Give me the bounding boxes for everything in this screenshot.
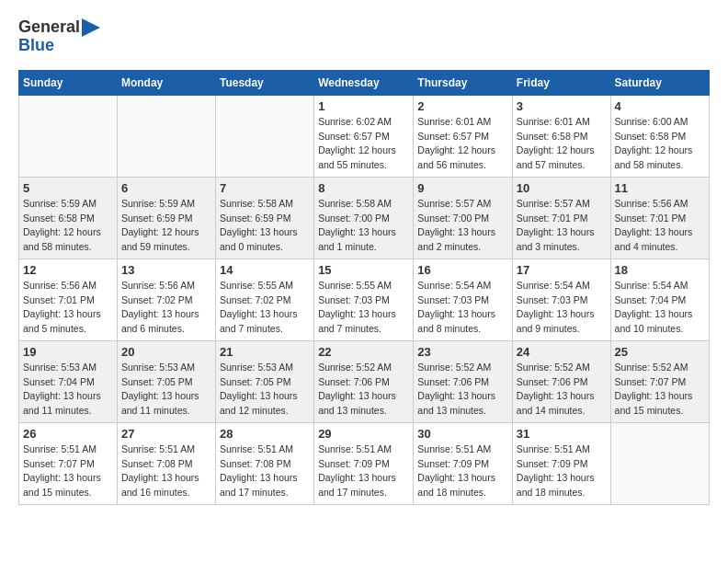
day-number: 10 [517,181,607,195]
day-info: Sunrise: 5:56 AMSunset: 7:02 PMDaylight:… [121,279,211,337]
day-number: 19 [23,345,113,359]
day-number: 17 [517,263,607,277]
day-info: Sunrise: 5:51 AMSunset: 7:08 PMDaylight:… [121,442,211,500]
day-info: Sunrise: 5:57 AMSunset: 7:01 PMDaylight:… [517,197,607,255]
day-info: Sunrise: 5:56 AMSunset: 7:01 PMDaylight:… [23,279,113,337]
calendar-day-cell: 12Sunrise: 5:56 AMSunset: 7:01 PMDayligh… [19,259,118,340]
day-info: Sunrise: 5:54 AMSunset: 7:03 PMDaylight:… [417,279,508,337]
calendar-day-cell: 31Sunrise: 5:51 AMSunset: 7:09 PMDayligh… [512,422,610,504]
svg-marker-0 [82,18,100,37]
day-number: 24 [517,345,607,359]
day-info: Sunrise: 5:52 AMSunset: 7:06 PMDaylight:… [417,361,508,419]
day-number: 9 [417,181,508,195]
calendar-week-row: 1Sunrise: 6:02 AMSunset: 6:57 PMDaylight… [19,95,710,177]
logo-general: General [18,18,80,37]
day-of-week-header: Monday [117,70,215,95]
calendar-week-row: 5Sunrise: 5:59 AMSunset: 6:58 PMDaylight… [19,177,710,259]
calendar-day-cell: 3Sunrise: 6:01 AMSunset: 6:58 PMDaylight… [512,95,610,177]
calendar-day-cell: 1Sunrise: 6:02 AMSunset: 6:57 PMDaylight… [314,95,414,177]
calendar-day-cell: 29Sunrise: 5:51 AMSunset: 7:09 PMDayligh… [314,422,414,504]
calendar-week-row: 12Sunrise: 5:56 AMSunset: 7:01 PMDayligh… [19,259,710,340]
day-info: Sunrise: 5:53 AMSunset: 7:05 PMDaylight:… [220,361,310,419]
calendar-day-cell: 6Sunrise: 5:59 AMSunset: 6:59 PMDaylight… [117,177,215,259]
day-info: Sunrise: 5:57 AMSunset: 7:00 PMDaylight:… [417,197,508,255]
day-number: 2 [417,99,508,113]
day-number: 6 [121,181,211,195]
day-number: 23 [417,345,508,359]
calendar-day-cell: 24Sunrise: 5:52 AMSunset: 7:06 PMDayligh… [512,340,610,422]
day-number: 16 [417,263,508,277]
day-info: Sunrise: 5:58 AMSunset: 6:59 PMDaylight:… [220,197,310,255]
calendar-day-cell: 27Sunrise: 5:51 AMSunset: 7:08 PMDayligh… [117,422,215,504]
day-number: 1 [318,99,409,113]
day-info: Sunrise: 5:58 AMSunset: 7:00 PMDaylight:… [318,197,409,255]
day-number: 26 [23,427,113,441]
logo-blue: Blue [18,37,100,55]
calendar-day-cell: 5Sunrise: 5:59 AMSunset: 6:58 PMDaylight… [19,177,118,259]
day-number: 11 [615,181,705,195]
calendar-day-cell: 11Sunrise: 5:56 AMSunset: 7:01 PMDayligh… [610,177,709,259]
day-info: Sunrise: 6:01 AMSunset: 6:57 PMDaylight:… [417,115,508,173]
day-info: Sunrise: 5:59 AMSunset: 6:58 PMDaylight:… [23,197,113,255]
day-info: Sunrise: 6:00 AMSunset: 6:58 PMDaylight:… [615,115,705,173]
day-number: 4 [615,99,705,113]
day-of-week-header: Saturday [610,70,709,95]
day-info: Sunrise: 5:52 AMSunset: 7:07 PMDaylight:… [615,361,705,419]
calendar-day-cell: 19Sunrise: 5:53 AMSunset: 7:04 PMDayligh… [19,340,118,422]
day-info: Sunrise: 5:59 AMSunset: 6:59 PMDaylight:… [121,197,211,255]
calendar-day-cell: 22Sunrise: 5:52 AMSunset: 7:06 PMDayligh… [314,340,414,422]
calendar-day-cell: 9Sunrise: 5:57 AMSunset: 7:00 PMDaylight… [414,177,513,259]
day-number: 22 [318,345,409,359]
calendar-day-cell: 10Sunrise: 5:57 AMSunset: 7:01 PMDayligh… [512,177,610,259]
calendar-day-cell: 13Sunrise: 5:56 AMSunset: 7:02 PMDayligh… [117,259,215,340]
calendar-day-cell: 16Sunrise: 5:54 AMSunset: 7:03 PMDayligh… [414,259,513,340]
logo: General Blue [18,18,100,55]
day-number: 15 [318,263,409,277]
calendar-day-cell: 30Sunrise: 5:51 AMSunset: 7:09 PMDayligh… [414,422,513,504]
calendar-day-cell [215,95,313,177]
day-number: 27 [121,427,211,441]
calendar-day-cell: 4Sunrise: 6:00 AMSunset: 6:58 PMDaylight… [610,95,709,177]
calendar-day-cell [610,422,709,504]
calendar-day-cell: 8Sunrise: 5:58 AMSunset: 7:00 PMDaylight… [314,177,414,259]
day-info: Sunrise: 5:51 AMSunset: 7:09 PMDaylight:… [517,442,607,500]
day-number: 7 [220,181,310,195]
calendar-day-cell: 18Sunrise: 5:54 AMSunset: 7:04 PMDayligh… [610,259,709,340]
day-of-week-header: Thursday [414,70,513,95]
day-info: Sunrise: 5:52 AMSunset: 7:06 PMDaylight:… [318,361,409,419]
day-number: 12 [23,263,113,277]
day-info: Sunrise: 5:51 AMSunset: 7:09 PMDaylight:… [318,442,409,500]
calendar-header-row: SundayMondayTuesdayWednesdayThursdayFrid… [19,70,710,95]
day-number: 28 [220,427,310,441]
day-info: Sunrise: 5:55 AMSunset: 7:02 PMDaylight:… [220,279,310,337]
day-info: Sunrise: 5:51 AMSunset: 7:07 PMDaylight:… [23,442,113,500]
day-of-week-header: Sunday [19,70,118,95]
day-info: Sunrise: 5:55 AMSunset: 7:03 PMDaylight:… [318,279,409,337]
calendar-day-cell [117,95,215,177]
day-info: Sunrise: 5:53 AMSunset: 7:05 PMDaylight:… [121,361,211,419]
calendar-day-cell: 20Sunrise: 5:53 AMSunset: 7:05 PMDayligh… [117,340,215,422]
day-number: 31 [517,427,607,441]
calendar-day-cell: 26Sunrise: 5:51 AMSunset: 7:07 PMDayligh… [19,422,118,504]
calendar-day-cell: 7Sunrise: 5:58 AMSunset: 6:59 PMDaylight… [215,177,313,259]
calendar-day-cell: 14Sunrise: 5:55 AMSunset: 7:02 PMDayligh… [215,259,313,340]
day-number: 13 [121,263,211,277]
day-number: 3 [517,99,607,113]
day-of-week-header: Wednesday [314,70,414,95]
day-info: Sunrise: 5:53 AMSunset: 7:04 PMDaylight:… [23,361,113,419]
day-of-week-header: Tuesday [215,70,313,95]
day-number: 20 [121,345,211,359]
logo-arrow-icon [82,18,100,37]
day-number: 21 [220,345,310,359]
day-number: 29 [318,427,409,441]
day-info: Sunrise: 5:54 AMSunset: 7:03 PMDaylight:… [517,279,607,337]
calendar-day-cell [19,95,118,177]
calendar-day-cell: 17Sunrise: 5:54 AMSunset: 7:03 PMDayligh… [512,259,610,340]
calendar-day-cell: 25Sunrise: 5:52 AMSunset: 7:07 PMDayligh… [610,340,709,422]
calendar-day-cell: 15Sunrise: 5:55 AMSunset: 7:03 PMDayligh… [314,259,414,340]
day-info: Sunrise: 5:56 AMSunset: 7:01 PMDaylight:… [615,197,705,255]
day-number: 14 [220,263,310,277]
day-number: 8 [318,181,409,195]
day-number: 30 [417,427,508,441]
day-number: 18 [615,263,705,277]
